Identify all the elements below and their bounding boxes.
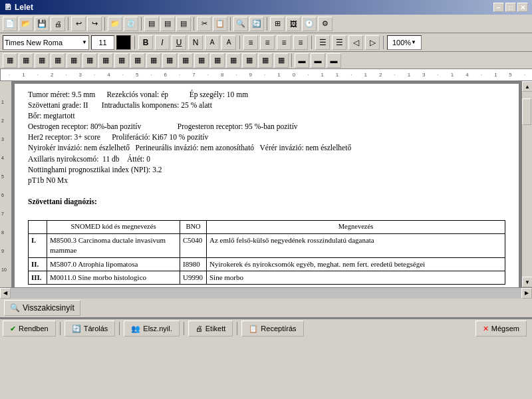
table-icon: ⊞: [275, 19, 281, 28]
align-left-button[interactable]: ≡: [243, 35, 258, 50]
hscroll-left-button[interactable]: ◀: [0, 288, 11, 299]
cancel-button[interactable]: ✕ Mégsem: [475, 321, 527, 336]
tb4-button[interactable]: ▦: [51, 53, 65, 68]
tb16-button[interactable]: ▦: [242, 53, 257, 68]
indent-increase-button[interactable]: ▷: [365, 35, 380, 50]
copy-button[interactable]: 📋: [213, 17, 227, 31]
underline-button[interactable]: U: [172, 35, 186, 50]
hscroll-right-button[interactable]: ▶: [521, 288, 532, 299]
tb21-button[interactable]: ▬: [327, 53, 341, 68]
print-button[interactable]: 🖨: [51, 17, 65, 31]
open2-button[interactable]: 📁: [108, 17, 122, 31]
copy-icon: 📋: [215, 19, 225, 28]
tb2-button[interactable]: ▦: [19, 53, 33, 68]
tb1-button[interactable]: ▦: [3, 53, 17, 68]
tb11-button[interactable]: ▦: [162, 53, 177, 68]
tb10-button[interactable]: ▦: [146, 53, 161, 68]
close-button[interactable]: ✕: [517, 3, 528, 12]
tb6-button[interactable]: ▦: [82, 53, 97, 68]
tb9-button[interactable]: ▦: [130, 53, 145, 68]
open-status-button[interactable]: 👥 Elsz.nyil.: [124, 321, 179, 336]
save-status-icon: 🔄: [72, 325, 81, 333]
tb18-button[interactable]: ▦: [274, 53, 289, 68]
tb8-button[interactable]: ▦: [114, 53, 129, 68]
align-justify-button[interactable]: ≡: [293, 35, 308, 50]
fmt-sep3: [311, 36, 312, 49]
save-status-button[interactable]: 🔄 Tárolás: [65, 321, 116, 336]
scroll-thumb[interactable]: [522, 98, 531, 125]
minimize-button[interactable]: −: [493, 3, 504, 12]
undo-button[interactable]: ↩: [71, 17, 86, 31]
tb17-button[interactable]: ▦: [258, 53, 273, 68]
redo-button[interactable]: ↪: [87, 17, 102, 31]
label-button[interactable]: 🖨 Etikett: [188, 321, 233, 336]
ok-button[interactable]: ✔ Rendben: [3, 321, 56, 336]
normal-button[interactable]: N: [188, 35, 203, 50]
tb11-icon: ▦: [166, 56, 173, 65]
scroll-track[interactable]: [522, 92, 532, 277]
indent-decrease-button[interactable]: ◁: [348, 35, 363, 50]
image-button[interactable]: 🖼: [286, 17, 301, 31]
tb9-icon: ▦: [134, 56, 141, 65]
tb20-button[interactable]: ▬: [311, 53, 325, 68]
save-button[interactable]: 💾: [35, 17, 49, 31]
tb19-button[interactable]: ▬: [295, 53, 309, 68]
special-button[interactable]: ⚙: [318, 17, 332, 31]
tb5-button[interactable]: ▦: [66, 53, 81, 68]
replace-icon: 🔄: [252, 19, 261, 28]
tb10-icon: ▦: [150, 56, 157, 65]
align-center-button[interactable]: ≡: [260, 35, 275, 50]
font-name-select[interactable]: Times New Roma ▼: [3, 35, 89, 50]
zoom-select[interactable]: 100% ▼: [387, 35, 422, 50]
cell-num-2: III.: [29, 271, 47, 284]
save2-button[interactable]: 💿: [124, 17, 138, 31]
table-button[interactable]: ⊞: [270, 17, 285, 31]
prescription-button[interactable]: 📋 Receptírás: [241, 321, 303, 336]
scroll-down-button[interactable]: ▼: [522, 277, 532, 287]
zoom-out-label: Visszakicsinyít: [23, 303, 74, 313]
sep6: [267, 17, 267, 31]
italic-button[interactable]: I: [155, 35, 170, 50]
table-row: I. M8500.3 Carcinoma ductale invasivum m…: [29, 233, 505, 257]
align1-button[interactable]: ▤: [144, 17, 159, 31]
find-button[interactable]: 🔍: [233, 17, 248, 31]
zoom-out-button[interactable]: 🔍 Visszakicsinyít: [4, 300, 80, 316]
cell-snomed-1: M5807.0 Atrophia lipomatosa: [47, 257, 180, 271]
tb14-button[interactable]: ▦: [210, 53, 225, 68]
bold-button[interactable]: B: [138, 35, 153, 50]
tb15-button[interactable]: ▦: [226, 53, 241, 68]
new-button[interactable]: 📄: [3, 17, 17, 31]
maximize-button[interactable]: □: [505, 3, 516, 12]
prescription-icon: 📋: [249, 325, 258, 333]
align2-button[interactable]: ▤: [160, 17, 175, 31]
table-row: II. M5807.0 Atrophia lipomatosa I8980 Ny…: [29, 257, 505, 271]
scroll-up-button[interactable]: ▲: [522, 81, 532, 92]
replace-button[interactable]: 🔄: [249, 17, 264, 31]
tb7-button[interactable]: ▦: [98, 53, 113, 68]
superscript-button[interactable]: A: [221, 35, 236, 50]
font-color-box[interactable]: [116, 35, 131, 50]
clock-button[interactable]: 🕐: [302, 17, 317, 31]
tb3-button[interactable]: ▦: [35, 53, 49, 68]
line-2: Szövettani grade: II Intraductalis kompo…: [28, 100, 505, 110]
tb12-button[interactable]: ▦: [178, 53, 193, 68]
tb13-button[interactable]: ▦: [194, 53, 209, 68]
line-7: Axillaris nyirokcsomó: 11 db Áttét: 0: [28, 154, 505, 164]
list-num-button[interactable]: ☰: [332, 35, 346, 50]
line-1: Tumor méret: 9.5 mm Rezekciós vonal: ép …: [28, 89, 505, 100]
tb17-icon: ▦: [262, 56, 269, 65]
status-sep3: [184, 322, 184, 335]
tb15-icon: ▦: [230, 56, 237, 65]
list-bullet-button[interactable]: ☰: [315, 35, 330, 50]
horizontal-scrollbar: ◀ ▶: [0, 287, 532, 298]
font-size-select[interactable]: 11: [91, 35, 114, 50]
align3-button[interactable]: ▤: [176, 17, 191, 31]
doc-page: Tumor méret: 9.5 mm Rezekciós vonal: ép …: [15, 84, 519, 287]
save-status-label: Tárolás: [84, 325, 108, 332]
subscript-button[interactable]: A: [205, 35, 219, 50]
print-icon: 🖨: [55, 20, 62, 28]
open-button[interactable]: 📂: [19, 17, 33, 31]
align-right-button[interactable]: ≡: [277, 35, 291, 50]
cut-button[interactable]: ✂: [197, 17, 211, 31]
hscroll-track[interactable]: [11, 288, 521, 299]
